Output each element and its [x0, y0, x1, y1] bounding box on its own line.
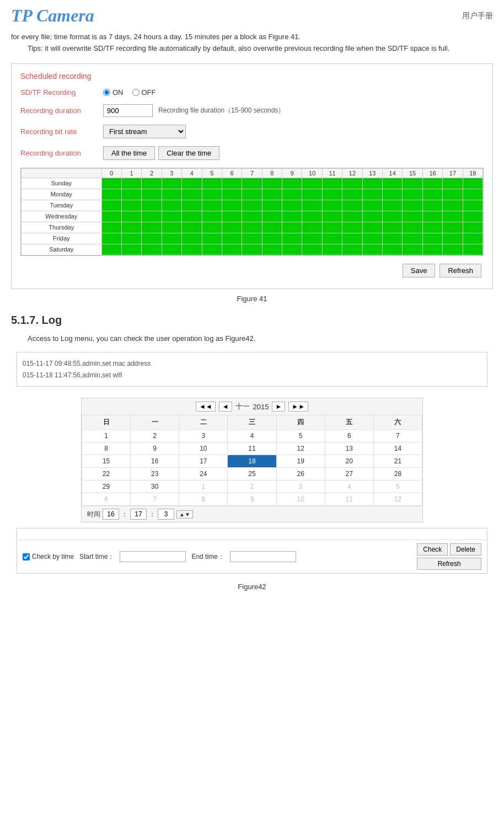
grid-cell-friday-12[interactable] — [342, 233, 362, 244]
grid-cell-saturday-7[interactable] — [242, 244, 262, 255]
cal-cell-2-4[interactable]: 19 — [276, 455, 325, 468]
cal-cell-5-4[interactable]: 10 — [276, 493, 325, 506]
grid-cell-sunday-8[interactable] — [262, 178, 282, 189]
cal-cell-1-2[interactable]: 10 — [179, 442, 228, 455]
cal-cell-5-3[interactable]: 9 — [228, 493, 276, 506]
grid-cell-monday-5[interactable] — [202, 189, 222, 200]
grid-cell-wednesday-14[interactable] — [383, 211, 403, 222]
recording-duration-input[interactable] — [103, 104, 153, 117]
grid-cell-friday-10[interactable] — [302, 233, 322, 244]
grid-cell-saturday-2[interactable] — [142, 244, 162, 255]
grid-cell-thursday-9[interactable] — [282, 222, 302, 233]
grid-cell-tuesday-14[interactable] — [383, 200, 403, 211]
time-minute-input[interactable] — [130, 509, 147, 520]
grid-cell-sunday-15[interactable] — [403, 178, 422, 189]
cal-next-next-btn[interactable]: ►► — [288, 402, 308, 412]
stream-select[interactable]: First stream Second stream — [103, 125, 186, 138]
cal-cell-0-4[interactable]: 5 — [276, 430, 325, 442]
grid-cell-friday-14[interactable] — [383, 233, 403, 244]
grid-cell-saturday-11[interactable] — [322, 244, 342, 255]
cal-cell-3-1[interactable]: 23 — [131, 468, 179, 480]
grid-cell-monday-15[interactable] — [403, 189, 422, 200]
grid-cell-wednesday-8[interactable] — [262, 211, 282, 222]
time-hour-input[interactable] — [103, 509, 119, 520]
grid-cell-monday-4[interactable] — [182, 189, 202, 200]
grid-cell-tuesday-8[interactable] — [262, 200, 282, 211]
cal-prev-btn[interactable]: ◄ — [219, 402, 232, 412]
grid-cell-thursday-16[interactable] — [422, 222, 442, 233]
grid-cell-saturday-3[interactable] — [162, 244, 181, 255]
grid-cell-sunday-5[interactable] — [202, 178, 222, 189]
grid-cell-friday-9[interactable] — [282, 233, 302, 244]
grid-cell-saturday-12[interactable] — [342, 244, 362, 255]
grid-cell-tuesday-18[interactable] — [463, 200, 482, 211]
cal-cell-0-1[interactable]: 2 — [131, 430, 179, 442]
grid-cell-saturday-0[interactable] — [101, 244, 121, 255]
grid-cell-thursday-17[interactable] — [443, 222, 463, 233]
grid-cell-sunday-9[interactable] — [282, 178, 302, 189]
cal-cell-3-6[interactable]: 28 — [373, 468, 422, 480]
grid-cell-thursday-2[interactable] — [142, 222, 162, 233]
all-time-button[interactable]: All the time — [103, 146, 155, 160]
grid-cell-wednesday-16[interactable] — [422, 211, 442, 222]
grid-cell-sunday-7[interactable] — [242, 178, 262, 189]
delete-button[interactable]: Delete — [450, 543, 481, 556]
cal-cell-5-2[interactable]: 8 — [179, 493, 228, 506]
grid-cell-wednesday-17[interactable] — [443, 211, 463, 222]
grid-cell-thursday-8[interactable] — [262, 222, 282, 233]
cal-cell-4-4[interactable]: 3 — [276, 480, 325, 493]
grid-cell-friday-6[interactable] — [222, 233, 242, 244]
grid-cell-thursday-14[interactable] — [383, 222, 403, 233]
grid-cell-saturday-9[interactable] — [282, 244, 302, 255]
grid-cell-saturday-18[interactable] — [463, 244, 482, 255]
time-spinner[interactable]: ▲▼ — [176, 510, 193, 519]
save-button[interactable]: Save — [403, 264, 436, 277]
grid-cell-saturday-16[interactable] — [422, 244, 442, 255]
grid-cell-tuesday-10[interactable] — [302, 200, 322, 211]
grid-cell-tuesday-6[interactable] — [222, 200, 242, 211]
grid-cell-sunday-16[interactable] — [422, 178, 442, 189]
grid-cell-friday-11[interactable] — [322, 233, 342, 244]
grid-cell-tuesday-3[interactable] — [162, 200, 181, 211]
grid-cell-tuesday-0[interactable] — [101, 200, 121, 211]
grid-cell-monday-11[interactable] — [322, 189, 342, 200]
grid-cell-tuesday-2[interactable] — [142, 200, 162, 211]
grid-cell-wednesday-18[interactable] — [463, 211, 482, 222]
start-time-input[interactable] — [120, 551, 186, 562]
cal-cell-1-5[interactable]: 13 — [325, 442, 373, 455]
grid-cell-friday-15[interactable] — [403, 233, 422, 244]
grid-cell-monday-1[interactable] — [121, 189, 141, 200]
grid-cell-thursday-7[interactable] — [242, 222, 262, 233]
grid-cell-sunday-18[interactable] — [463, 178, 482, 189]
grid-cell-saturday-4[interactable] — [182, 244, 202, 255]
grid-cell-friday-4[interactable] — [182, 233, 202, 244]
grid-cell-saturday-6[interactable] — [222, 244, 242, 255]
cal-cell-0-3[interactable]: 4 — [228, 430, 276, 442]
grid-cell-sunday-14[interactable] — [383, 178, 403, 189]
grid-cell-friday-0[interactable] — [101, 233, 121, 244]
grid-cell-monday-9[interactable] — [282, 189, 302, 200]
grid-cell-friday-18[interactable] — [463, 233, 482, 244]
grid-cell-friday-13[interactable] — [362, 233, 382, 244]
off-radio-label[interactable]: OFF — [132, 88, 156, 97]
cal-cell-4-1[interactable]: 30 — [131, 480, 179, 493]
cal-cell-3-4[interactable]: 26 — [276, 468, 325, 480]
grid-cell-thursday-10[interactable] — [302, 222, 322, 233]
grid-cell-sunday-4[interactable] — [182, 178, 202, 189]
grid-cell-sunday-0[interactable] — [101, 178, 121, 189]
refresh-button[interactable]: Refresh — [439, 264, 481, 277]
grid-cell-sunday-17[interactable] — [443, 178, 463, 189]
cal-cell-1-0[interactable]: 8 — [82, 442, 131, 455]
grid-cell-wednesday-13[interactable] — [362, 211, 382, 222]
grid-cell-sunday-3[interactable] — [162, 178, 181, 189]
cal-cell-5-0[interactable]: 6 — [82, 493, 131, 506]
cal-cell-0-6[interactable]: 7 — [373, 430, 422, 442]
cal-cell-4-0[interactable]: 29 — [82, 480, 131, 493]
cal-cell-2-0[interactable]: 15 — [82, 455, 131, 468]
grid-cell-saturday-13[interactable] — [362, 244, 382, 255]
grid-cell-friday-2[interactable] — [142, 233, 162, 244]
cal-cell-4-6[interactable]: 5 — [373, 480, 422, 493]
grid-cell-monday-3[interactable] — [162, 189, 181, 200]
grid-cell-sunday-11[interactable] — [322, 178, 342, 189]
grid-cell-friday-3[interactable] — [162, 233, 181, 244]
